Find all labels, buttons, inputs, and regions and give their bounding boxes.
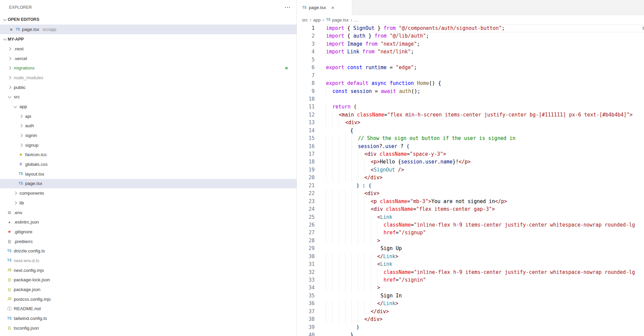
code-line[interactable]: 19<SignOut /> [297,166,644,174]
tree-item-drizzle.config.ts[interactable]: TSdrizzle.config.ts [0,246,297,256]
tree-item-layout.tsx[interactable]: TSlayout.tsx [0,169,297,179]
tree-item-.eslintrc.json[interactable]: ●.eslintrc.json [0,217,297,227]
tree-item-signin[interactable]: signin [0,131,297,140]
tree-item-.prettierrc[interactable]: {}.prettierrc [0,237,297,246]
code-line[interactable]: 17<div className="space-y-3"> [297,150,644,158]
indent-guide [358,300,364,307]
indent-guide [332,284,339,292]
code-line[interactable]: 18<p>Hello {session.user.name}!</p> [297,158,644,166]
tree-item-globals.css[interactable]: #globals.css [0,159,297,169]
close-icon[interactable]: × [10,27,16,32]
indent-guide [371,276,377,284]
line-number: 4 [297,48,315,56]
tree-item-app[interactable]: app [0,102,297,111]
editor-code[interactable]: 1import { SignOut } from "@/components/a… [297,25,644,336]
tree-item-signup[interactable]: signup [0,140,297,150]
code-line[interactable]: 26className="inline-flex h-9 items-cente… [297,221,644,229]
code-token: // Show the sign out button if the user … [358,135,516,142]
code-line[interactable]: 37</div> [297,308,644,316]
tree-item-package.json[interactable]: {}package.json [0,285,297,294]
tab-page-tsx[interactable]: TS page.tsx × [297,0,352,15]
tree-item-README.md[interactable]: ⓘREADME.md [0,304,297,314]
code-line[interactable]: 21 ) : ( [297,182,644,190]
code-line[interactable]: 34> [297,284,644,292]
tree-item-api[interactable]: api [0,111,297,121]
tree-item-tsconfig.json[interactable]: {}tsconfig.json [0,323,297,333]
workspace-section-header[interactable]: MY-APP [0,34,297,44]
tree-item-label: tsconfig.json [14,326,39,331]
tree-item-.vercel[interactable]: .vercel [0,54,297,63]
code-line[interactable]: 40 } [297,331,644,336]
code-line[interactable]: 4import Link from "next/link"; [297,48,644,56]
code-line[interactable]: 31<Link [297,260,644,268]
code-line[interactable]: 12<main className="flex min-h-screen ite… [297,111,644,119]
tree-item-lib[interactable]: lib [0,198,297,208]
code-line[interactable]: 3import Image from "next/image"; [297,40,644,48]
breadcrumb-item-app[interactable]: app [313,17,321,22]
indent-guide [364,221,371,229]
code-line[interactable]: 30</Link> [297,253,644,260]
code-line[interactable]: 16session?.user ? ( [297,143,644,150]
open-editor-item-page-tsx[interactable]: × TS page.tsx src/app [0,25,297,34]
indent-guide [339,269,345,276]
code-line-content: <div> [326,119,644,127]
code-line[interactable]: 14 { [297,127,644,135]
code-line[interactable]: 6export const runtime = "edge"; [297,64,644,71]
code-line[interactable]: 33href="/signin" [297,276,644,284]
code-line[interactable]: 7 [297,72,644,80]
more-actions-icon[interactable]: ⋯ [284,4,290,11]
tree-item-migrations[interactable]: migrations [0,63,297,73]
tree-item-page.tsx[interactable]: TSpage.tsx [0,179,297,189]
code-line[interactable]: 15// Show the sign out button if the use… [297,135,644,142]
tree-item-next.config.mjs[interactable]: JSnext.config.mjs [0,266,297,275]
tree-item-favicon.ico[interactable]: ★favicon.ico [0,150,297,160]
tree-item-.next[interactable]: .next [0,44,297,54]
tree-item-src[interactable]: src [0,92,297,102]
tree-item-node_modules[interactable]: node_modules [0,73,297,83]
indent-guide [332,269,339,276]
code-line[interactable]: 20</div> [297,174,644,182]
breadcrumb-item-page.tsx[interactable]: TSpage.tsx [326,17,348,22]
code-line[interactable]: 28> [297,237,644,245]
code-line[interactable]: 2import { auth } from "@/lib/auth"; [297,32,644,40]
code-line[interactable]: 38</div> [297,316,644,323]
indent-guide [364,158,371,166]
indent-guide [326,260,332,268]
tree-item-next-env.d.ts[interactable]: TSnext-env.d.ts [0,256,297,266]
code-line-content: import { SignOut } from "@/components/au… [326,25,644,32]
code-line[interactable]: 11return ( [297,103,644,111]
workspace-label: MY-APP [8,37,24,42]
code-line[interactable]: 35 Sign In [297,292,644,300]
code-line[interactable]: 36</Link> [297,300,644,307]
tree-item-components[interactable]: components [0,188,297,198]
tree-item-tailwind.config.ts[interactable]: TStailwind.config.ts [0,314,297,323]
code-line[interactable]: 10 [297,95,644,103]
code-line[interactable]: 29 Sign Up [297,245,644,252]
code-line[interactable]: 24<div className="flex items-center gap-… [297,205,644,213]
code-line[interactable]: 25<Link [297,213,644,221]
code-line-content: return ( [326,103,644,111]
tree-item-package-lock.json[interactable]: {}package-lock.json [0,275,297,285]
code-line[interactable]: 5 [297,56,644,64]
code-line[interactable]: 39 ) [297,324,644,331]
open-editors-section-header[interactable]: OPEN EDITORS [0,14,297,25]
code-line[interactable]: 9const session = await auth(); [297,88,644,95]
code-line[interactable]: 32className="inline-flex h-9 items-cente… [297,269,644,276]
code-token: = [411,269,414,276]
code-line[interactable]: 1import { SignOut } from "@/components/a… [297,25,644,32]
tree-item-.gitignore[interactable]: ◆.gitignore [0,227,297,237]
close-icon[interactable]: × [331,5,334,10]
indent-guide [332,119,339,127]
code-line[interactable]: 27href="/signup" [297,229,644,237]
tree-item-postcss.config.mjs[interactable]: JSpostcss.config.mjs [0,294,297,304]
tree-item-public[interactable]: public [0,83,297,92]
code-token: session [351,88,372,95]
tree-item-auth[interactable]: auth [0,121,297,131]
breadcrumb-item-src[interactable]: src [302,17,308,22]
breadcrumb-item-…[interactable]: … [354,17,359,22]
code-line[interactable]: 13<div> [297,119,644,127]
tree-item-.env[interactable]: ⚙.env [0,208,297,218]
code-line[interactable]: 8export default async function Home() { [297,80,644,87]
code-line[interactable]: 23<p className="mb-3">You are not signed… [297,198,644,205]
code-line[interactable]: 22<div> [297,190,644,197]
